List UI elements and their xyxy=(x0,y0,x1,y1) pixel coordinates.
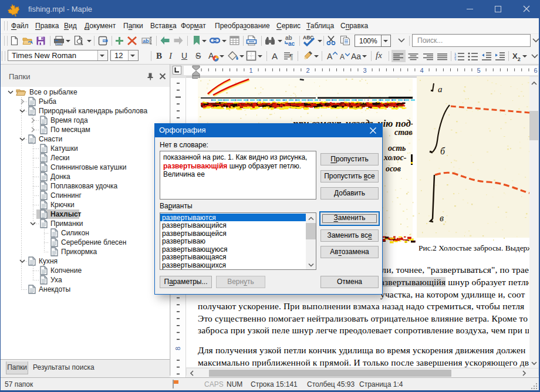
svg-text:холос-: холос- xyxy=(383,153,407,162)
svg-text:Рис.2 Холостые забросы. Выдерж: Рис.2 Холостые забросы. Выдерж xyxy=(419,244,529,252)
svg-text:осов: осов xyxy=(386,164,401,173)
svg-text:става: става xyxy=(394,128,416,137)
svg-text:6: 6 xyxy=(534,67,537,74)
svg-text:3: 3 xyxy=(454,58,457,60)
svg-text:4: 4 xyxy=(420,67,423,74)
svg-text:5: 5 xyxy=(477,67,480,74)
svg-text:а: а xyxy=(438,85,443,94)
svg-text:¶: ¶ xyxy=(289,53,293,60)
svg-text:2: 2 xyxy=(306,67,309,74)
svg-text:8: 8 xyxy=(174,347,181,350)
svg-text:б: б xyxy=(440,146,446,156)
svg-text:ость: ость xyxy=(388,144,406,153)
svg-text:3: 3 xyxy=(363,67,366,74)
svg-text:ab: ab xyxy=(143,38,149,44)
svg-text:1: 1 xyxy=(249,67,252,74)
svg-text:в: в xyxy=(440,213,444,223)
svg-text:ac: ac xyxy=(288,40,295,47)
